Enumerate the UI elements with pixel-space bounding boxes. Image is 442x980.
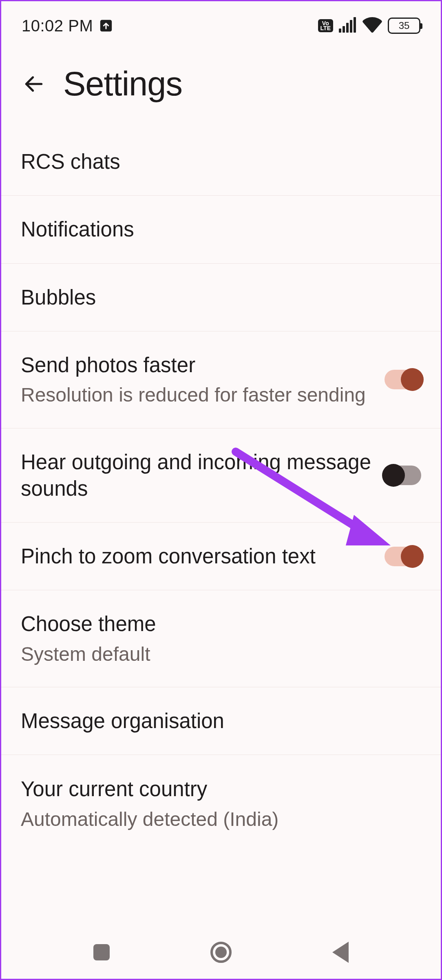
app-header: Settings bbox=[1, 42, 441, 128]
battery-level: 35 bbox=[399, 20, 410, 31]
row-title: Notifications bbox=[21, 216, 421, 243]
row-title: Bubbles bbox=[21, 284, 421, 311]
row-bubbles[interactable]: Bubbles bbox=[1, 263, 441, 331]
svg-rect-3 bbox=[346, 23, 349, 33]
svg-rect-2 bbox=[343, 26, 345, 33]
clock: 10:02 PM bbox=[22, 17, 93, 35]
volte-icon: VoLTE bbox=[318, 19, 333, 32]
row-send-photos-faster[interactable]: Send photos faster Resolution is reduced… bbox=[1, 331, 441, 428]
wifi-icon bbox=[362, 17, 382, 34]
toggle-pinch-zoom[interactable] bbox=[385, 547, 421, 566]
row-title: Hear outgoing and incoming message sound… bbox=[21, 449, 372, 502]
nav-recent-button[interactable] bbox=[85, 936, 118, 969]
toggle-message-sounds[interactable] bbox=[385, 466, 421, 485]
status-bar: 10:02 PM VoLTE 35 bbox=[1, 1, 441, 42]
upload-icon bbox=[99, 18, 113, 33]
navigation-bar bbox=[1, 926, 441, 979]
arrow-left-icon bbox=[22, 73, 45, 95]
row-title: Choose theme bbox=[21, 611, 421, 637]
cellular-signal-icon bbox=[339, 17, 357, 34]
row-subtitle: System default bbox=[21, 642, 421, 667]
status-left: 10:02 PM bbox=[22, 17, 113, 35]
nav-home-button[interactable] bbox=[205, 936, 237, 969]
row-message-sounds[interactable]: Hear outgoing and incoming message sound… bbox=[1, 428, 441, 523]
row-title: RCS chats bbox=[21, 148, 421, 175]
svg-rect-1 bbox=[339, 29, 341, 33]
settings-list: RCS chats Notifications Bubbles Send pho… bbox=[1, 128, 441, 832]
row-rcs-chats[interactable]: RCS chats bbox=[1, 128, 441, 195]
square-icon bbox=[93, 944, 110, 960]
nav-back-button[interactable] bbox=[324, 936, 357, 969]
row-notifications[interactable]: Notifications bbox=[1, 195, 441, 263]
row-message-organisation[interactable]: Message organisation bbox=[1, 687, 441, 755]
back-button[interactable] bbox=[21, 71, 47, 97]
row-choose-theme[interactable]: Choose theme System default bbox=[1, 590, 441, 687]
row-pinch-zoom[interactable]: Pinch to zoom conversation text bbox=[1, 522, 441, 590]
svg-rect-5 bbox=[354, 17, 356, 33]
toggle-send-photos-faster[interactable] bbox=[385, 370, 421, 389]
row-subtitle: Resolution is reduced for faster sending bbox=[21, 382, 372, 407]
triangle-left-icon bbox=[332, 942, 349, 963]
row-title: Your current country bbox=[21, 776, 421, 802]
svg-rect-4 bbox=[350, 20, 352, 33]
row-title: Pinch to zoom conversation text bbox=[21, 543, 372, 569]
row-title: Send photos faster bbox=[21, 352, 372, 378]
row-current-country[interactable]: Your current country Automatically detec… bbox=[1, 755, 441, 832]
row-subtitle: Automatically detected (India) bbox=[21, 807, 421, 832]
circle-icon bbox=[210, 942, 232, 963]
page-title: Settings bbox=[63, 64, 182, 104]
status-right: VoLTE 35 bbox=[318, 17, 420, 34]
row-title: Message organisation bbox=[21, 708, 421, 734]
battery-icon: 35 bbox=[388, 18, 420, 34]
